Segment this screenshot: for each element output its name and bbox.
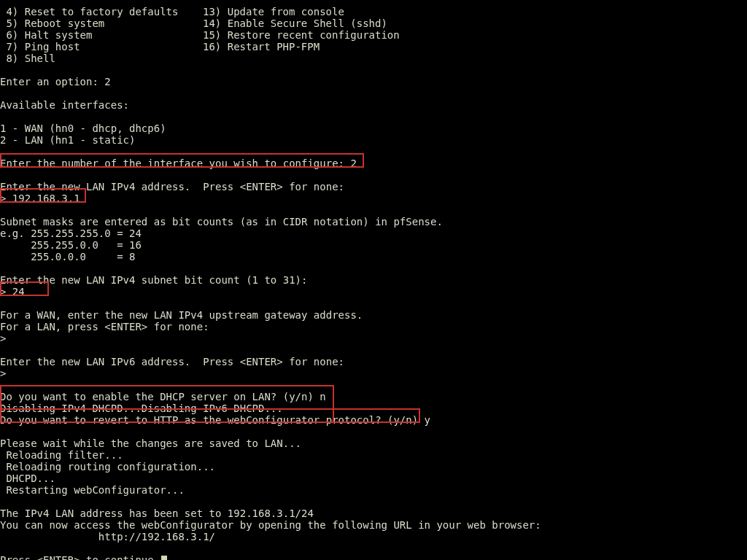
console-root[interactable]: 4) Reset to factory defaults 5) Reboot s… <box>0 0 747 560</box>
line-press-enter: Press <ENTER> to continue. <box>0 554 167 560</box>
block-reload: Please wait while the changes are saved … <box>0 438 301 496</box>
highlight-box <box>0 281 49 296</box>
block-ipv6: Enter the new LAN IPv6 address. Press <E… <box>0 356 344 379</box>
line-enter-option: Enter an option: 2 <box>0 76 111 88</box>
menu-left: 4) Reset to factory defaults 5) Reboot s… <box>0 6 178 64</box>
highlight-box <box>0 408 420 423</box>
menu-right: 13) Update from console 14) Enable Secur… <box>203 6 400 52</box>
block-mask: Subnet masks are entered as bit counts (… <box>0 216 443 262</box>
block-avail: Available interfaces: 1 - WAN (hn0 - dhc… <box>0 99 166 146</box>
block-done: The IPv4 LAN address has been set to 192… <box>0 508 541 542</box>
block-gateway: For a WAN, enter the new LAN IPv4 upstre… <box>0 309 363 344</box>
cursor-icon <box>161 556 167 560</box>
highlight-box <box>0 153 364 168</box>
highlight-box <box>0 188 86 203</box>
